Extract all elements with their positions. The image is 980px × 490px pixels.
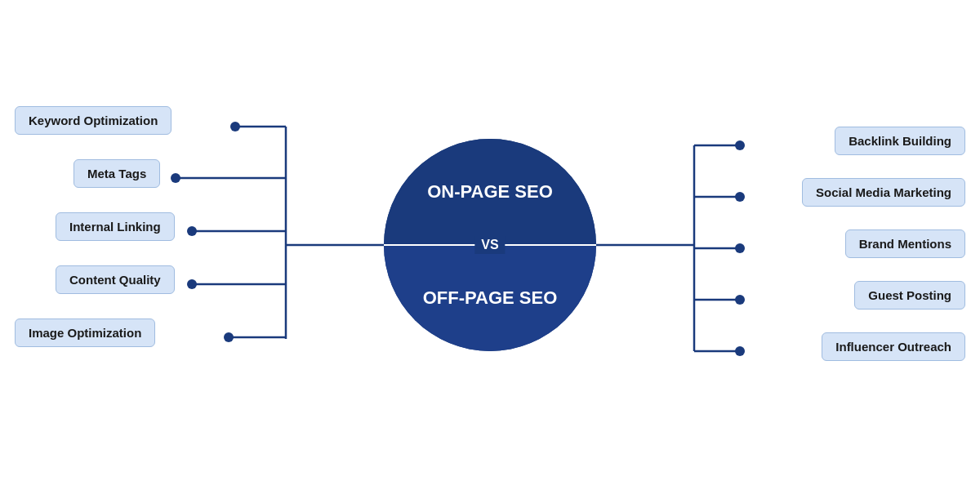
tag-keyword-optimization: Keyword Optimization xyxy=(15,106,172,135)
tag-influencer-outreach: Influencer Outreach xyxy=(822,332,965,361)
center-circle: ON-PAGE SEO VS OFF-PAGE SEO xyxy=(384,139,596,351)
dot-brand xyxy=(735,243,745,253)
tag-social-media-marketing: Social Media Marketing xyxy=(802,178,965,207)
circle-bottom: OFF-PAGE SEO xyxy=(384,245,596,351)
tag-internal-linking: Internal Linking xyxy=(56,212,175,241)
tag-content-quality: Content Quality xyxy=(56,265,175,294)
circle-top: ON-PAGE SEO xyxy=(384,139,596,245)
tag-image-optimization: Image Optimization xyxy=(15,318,155,347)
tag-guest-posting: Guest Posting xyxy=(854,281,965,310)
dot-content xyxy=(187,279,197,289)
dot-influencer xyxy=(735,346,745,356)
dot-social xyxy=(735,192,745,202)
dot-guest xyxy=(735,295,745,305)
dot-meta xyxy=(171,173,180,183)
dot-image xyxy=(224,332,234,342)
dot-keyword xyxy=(230,122,240,131)
vs-text: VS xyxy=(474,236,505,254)
off-page-label: OFF-PAGE SEO xyxy=(423,287,558,309)
tag-brand-mentions: Brand Mentions xyxy=(845,229,965,258)
diagram-container: ON-PAGE SEO VS OFF-PAGE SEO Keyword Opti… xyxy=(0,0,980,490)
tag-backlink-building: Backlink Building xyxy=(835,127,965,155)
on-page-label: ON-PAGE SEO xyxy=(427,181,553,203)
dot-internal xyxy=(187,226,197,236)
dot-backlink xyxy=(735,140,745,150)
tag-meta-tags: Meta Tags xyxy=(74,159,160,188)
